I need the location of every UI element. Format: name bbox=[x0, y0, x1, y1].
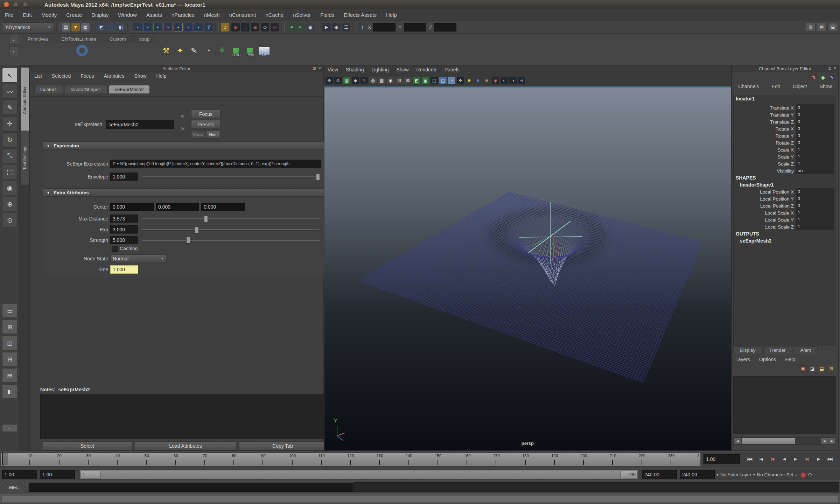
scroll-left-icon[interactable]: ◀ bbox=[734, 438, 741, 444]
scroll-right-icon[interactable]: ▶ bbox=[828, 438, 836, 444]
snap-to-curves-icon[interactable]: ◡ bbox=[241, 23, 250, 31]
menu-item[interactable]: nConstraint bbox=[229, 12, 256, 18]
shelf-poly-cube-icon[interactable] bbox=[104, 45, 116, 56]
playback-start-field[interactable]: 1.00 bbox=[40, 470, 75, 479]
hide-button[interactable]: Hide bbox=[206, 131, 220, 139]
mask-handles-icon[interactable]: ▪ bbox=[133, 23, 142, 32]
arrow-out-icon[interactable]: ⇱ bbox=[181, 114, 184, 120]
move-tool[interactable]: ✛ bbox=[2, 116, 18, 131]
current-time-field[interactable]: 1.00 bbox=[704, 454, 740, 464]
scrollbar-thumb[interactable] bbox=[742, 438, 795, 444]
mask-deformers-icon[interactable]: ▪ bbox=[174, 23, 183, 32]
menu-item[interactable]: Fields bbox=[320, 12, 334, 18]
menu-item[interactable]: nMesh bbox=[204, 12, 220, 18]
layout-two-pane-side[interactable]: ◫ bbox=[2, 336, 18, 350]
menu-item[interactable]: Modify bbox=[41, 12, 57, 18]
shelf-pen-tool-icon[interactable]: ✎ bbox=[188, 45, 200, 56]
construction-history-icon[interactable]: ▣ bbox=[306, 23, 315, 31]
camera-attributes-icon[interactable]: ▦ bbox=[343, 77, 350, 84]
shelf-poly-cylinder-icon[interactable] bbox=[118, 45, 130, 56]
menu-item[interactable]: Lighting bbox=[371, 67, 388, 72]
shelf-eooc-icon[interactable]: ▦ EOoC bbox=[230, 45, 242, 56]
textured-icon[interactable]: ◉ bbox=[387, 77, 394, 84]
tab-seExprMesh2[interactable]: seExprMesh2 bbox=[109, 85, 150, 93]
channel-value-field[interactable]: 1 bbox=[796, 153, 834, 160]
channel-value-field[interactable]: 1 bbox=[796, 146, 834, 153]
channel-value-field[interactable]: 0 bbox=[796, 188, 834, 195]
status-divider[interactable] bbox=[317, 23, 320, 31]
status-divider[interactable] bbox=[56, 23, 59, 31]
use-all-lights-icon[interactable]: ⊡ bbox=[396, 77, 403, 84]
xray-joints-icon[interactable]: ◔ bbox=[448, 77, 455, 84]
last-tool-used[interactable]: ⊙ bbox=[2, 213, 18, 227]
lasso-tool[interactable]: 〰 bbox=[2, 84, 18, 99]
lighting-sphere-icon[interactable]: ● bbox=[465, 77, 473, 84]
mask-joints-icon[interactable]: ▪ bbox=[143, 23, 152, 32]
input-to-selected-icon[interactable]: ⇥ bbox=[287, 23, 295, 31]
menu-item[interactable]: nSolver bbox=[293, 12, 311, 18]
coord-z-input[interactable] bbox=[434, 23, 456, 31]
exp-slider[interactable] bbox=[142, 226, 320, 233]
move-layer-up-icon[interactable]: ▣ bbox=[799, 365, 806, 372]
window-minimize-button[interactable] bbox=[13, 2, 19, 8]
animation-preferences-icon[interactable]: ⊙ bbox=[808, 472, 812, 477]
center-y-field[interactable]: 0.000 bbox=[156, 203, 199, 211]
texture-sphere-icon[interactable]: ● bbox=[483, 77, 490, 84]
menu-item[interactable]: List bbox=[34, 73, 42, 79]
dock-icon[interactable]: ⊡ bbox=[828, 66, 832, 71]
save-scene-icon[interactable]: ▦ bbox=[81, 23, 90, 31]
shelf-pdco-icon[interactable]: ▦ Pdco bbox=[244, 45, 256, 56]
undock-icon[interactable]: ⊡ bbox=[313, 66, 316, 71]
show-button[interactable]: Show bbox=[191, 131, 205, 139]
bookmark-icon[interactable]: ◆ bbox=[352, 77, 359, 84]
load-attributes-button[interactable]: Load Attributes bbox=[135, 441, 236, 450]
chevron-down-icon[interactable]: ▼ bbox=[751, 470, 757, 479]
layer-list[interactable] bbox=[733, 376, 836, 434]
close-icon[interactable]: ✕ bbox=[318, 66, 321, 71]
render-current-frame-icon[interactable]: ◉ bbox=[332, 23, 341, 31]
layout-more-button[interactable]: ⋯ bbox=[2, 424, 18, 432]
output-name[interactable]: seExprMesh2 bbox=[734, 237, 836, 244]
menu-item[interactable]: File bbox=[5, 12, 13, 18]
rotate-tool[interactable]: ↻ bbox=[2, 132, 18, 147]
shelf-paint-effects-icon[interactable]: ⚘ bbox=[216, 45, 228, 56]
wireframe-icon[interactable]: ◍ bbox=[369, 77, 377, 84]
open-scene-icon[interactable]: ▼ bbox=[71, 23, 80, 31]
node-state-dropdown[interactable]: Normal ▼ bbox=[110, 254, 166, 263]
object-name[interactable]: locator1 bbox=[734, 95, 836, 102]
window-close-button[interactable] bbox=[4, 2, 9, 8]
strength-slider[interactable] bbox=[142, 236, 320, 244]
chevron-down-icon[interactable]: ▼ bbox=[715, 470, 720, 479]
menu-item[interactable]: Help bbox=[386, 12, 397, 18]
select-tool[interactable]: ↖ bbox=[2, 68, 18, 83]
time-ruler[interactable]: 10 20 30 40 50 60 70 bbox=[1, 453, 701, 466]
menu-item[interactable]: Options bbox=[759, 357, 776, 362]
status-divider[interactable] bbox=[127, 23, 131, 31]
channel-value-field[interactable]: 0 bbox=[796, 104, 834, 111]
show-attribute-editor-toggle-icon[interactable]: ▤ bbox=[817, 23, 827, 31]
selection-lock-icon[interactable]: ⚷ bbox=[221, 23, 229, 31]
select-object-icon[interactable]: ⬚ bbox=[107, 23, 115, 31]
presets-button[interactable]: Presets bbox=[191, 120, 220, 129]
step-back-frame-button[interactable]: |◀ bbox=[756, 454, 766, 464]
channel-value-field[interactable]: 0 bbox=[796, 111, 834, 118]
show-manipulator-tool[interactable]: ⊕ bbox=[2, 197, 18, 211]
shelf-nurbs-cylinder-icon[interactable] bbox=[34, 45, 46, 56]
channel-value-field[interactable]: 0 bbox=[796, 202, 834, 209]
playhead[interactable] bbox=[2, 452, 8, 465]
layout-outliner-persp[interactable]: ◧ bbox=[2, 384, 18, 398]
soft-modification-tool[interactable]: ◉ bbox=[2, 181, 18, 195]
menu-item[interactable]: Shading bbox=[346, 67, 364, 72]
menu-item[interactable]: Edit bbox=[23, 12, 32, 18]
manip-update-icon[interactable]: ⇅ bbox=[810, 74, 817, 81]
shelf-nurbs-cone-icon[interactable] bbox=[48, 45, 60, 56]
layer-editor-tab[interactable]: Display bbox=[733, 346, 762, 354]
channel-value-field[interactable]: 0 bbox=[796, 195, 834, 202]
tab-tool-settings[interactable]: Tool Settings bbox=[21, 131, 29, 185]
shelf-nurbs-sphere-icon[interactable] bbox=[20, 45, 32, 56]
seexpr-expression-field[interactable]: P + N*(pow(clamp(1.0-length(P-[centerX, … bbox=[110, 160, 321, 168]
channel-value-field[interactable]: on bbox=[796, 167, 834, 174]
status-divider[interactable] bbox=[281, 23, 285, 31]
range-start-handle[interactable]: 1 bbox=[80, 471, 101, 478]
anim-layer-selector[interactable]: No Anim Layer bbox=[720, 472, 751, 477]
